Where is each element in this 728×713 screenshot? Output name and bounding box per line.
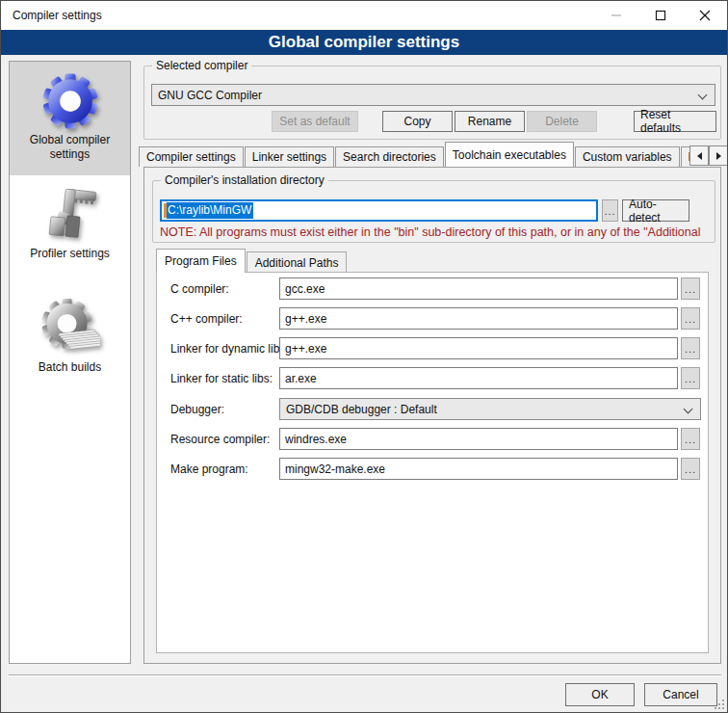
selected-compiler-group: Selected compiler GNU GCC Compiler Set a… bbox=[143, 66, 721, 140]
c-compiler-input[interactable]: gcc.exe bbox=[279, 277, 678, 300]
tab-program-files[interactable]: Program Files bbox=[156, 249, 246, 273]
c-compiler-label: C compiler: bbox=[170, 277, 229, 300]
installation-directory-group-label: Compiler's installation directory bbox=[161, 173, 328, 187]
selected-compiler-group-label: Selected compiler bbox=[152, 59, 251, 72]
copy-button[interactable]: Copy bbox=[382, 111, 453, 132]
browse-dots-label: ... bbox=[685, 343, 696, 355]
footer-divider bbox=[9, 674, 721, 676]
installation-note-text: NOTE: All programs must exist either in … bbox=[160, 225, 709, 239]
cancel-button[interactable]: Cancel bbox=[644, 683, 717, 706]
linker-dynamic-input[interactable]: g++.exe bbox=[279, 337, 678, 359]
browse-dots-label: ... bbox=[685, 434, 696, 445]
cpp-compiler-browse-button[interactable]: ... bbox=[681, 307, 700, 330]
blue-gear-icon bbox=[39, 69, 101, 133]
maximize-button[interactable] bbox=[638, 1, 683, 30]
compiler-settings-tabstrip: Compiler settings Linker settings Search… bbox=[139, 142, 689, 167]
chevron-down-icon bbox=[684, 405, 693, 414]
window-title: Compiler settings bbox=[13, 9, 102, 22]
tab-scroll-right-button[interactable] bbox=[709, 145, 728, 166]
linker-static-value: ar.exe bbox=[285, 372, 317, 385]
dialog-header-title: Global compiler settings bbox=[269, 33, 459, 52]
arrow-right-icon bbox=[716, 152, 721, 160]
tab-label: Search directories bbox=[343, 150, 436, 164]
tab-custom-variables[interactable]: Custom variables bbox=[575, 146, 680, 167]
tab-label: Linker settings bbox=[252, 150, 326, 164]
cpp-compiler-value: g++.exe bbox=[285, 312, 326, 326]
tab-linker-settings[interactable]: Linker settings bbox=[245, 146, 334, 167]
tab-label: Toolchain executables bbox=[453, 148, 566, 162]
tab-toolchain-executables[interactable]: Toolchain executables bbox=[445, 142, 574, 167]
make-program-value: mingw32-make.exe bbox=[285, 462, 385, 476]
c-compiler-browse-button[interactable]: ... bbox=[681, 277, 700, 300]
titlebar[interactable]: Compiler settings bbox=[1, 1, 727, 30]
resize-grip[interactable] bbox=[712, 697, 724, 709]
compiler-settings-dialog: Compiler settings Global compiler settin… bbox=[0, 0, 728, 713]
rename-button[interactable]: Rename bbox=[455, 111, 525, 132]
reset-defaults-button[interactable]: Reset defaults bbox=[634, 111, 716, 132]
make-program-browse-button[interactable]: ... bbox=[681, 458, 700, 480]
browse-dots-label: ... bbox=[685, 373, 696, 384]
sidebar-item-label: Global compiler settings bbox=[20, 133, 120, 162]
linker-static-browse-button[interactable]: ... bbox=[681, 367, 700, 389]
set-as-default-label: Set as default bbox=[279, 115, 350, 128]
ok-button[interactable]: OK bbox=[565, 683, 635, 706]
tab-search-directories[interactable]: Search directories bbox=[335, 146, 444, 167]
auto-detect-label: Auto-detect bbox=[629, 198, 683, 224]
debugger-select-value: GDB/CDB debugger : Default bbox=[286, 403, 437, 416]
minimize-button[interactable] bbox=[594, 1, 638, 30]
linker-static-label: Linker for static libs: bbox=[170, 367, 273, 389]
maximize-icon bbox=[655, 10, 666, 21]
settings-category-list: Global compiler settings bbox=[9, 61, 131, 664]
linker-static-input[interactable]: ar.exe bbox=[279, 367, 678, 389]
browse-dots-label: ... bbox=[685, 463, 696, 475]
arrow-left-icon bbox=[697, 152, 702, 160]
installation-directory-browse-button[interactable]: ... bbox=[602, 199, 618, 222]
compiler-select-value: GNU GCC Compiler bbox=[158, 89, 262, 102]
delete-label: Delete bbox=[545, 115, 579, 128]
sidebar-item-batch-builds[interactable]: Batch builds bbox=[10, 289, 130, 403]
tab-build-options[interactable]: Build bbox=[681, 146, 689, 167]
compiler-select[interactable]: GNU GCC Compiler bbox=[151, 84, 715, 106]
tab-additional-paths[interactable]: Additional Paths bbox=[247, 251, 348, 273]
browse-dots-label: ... bbox=[604, 205, 615, 217]
debugger-select[interactable]: GDB/CDB debugger : Default bbox=[279, 398, 701, 420]
cancel-label: Cancel bbox=[663, 688, 698, 701]
toolchain-executables-page: Compiler's installation directory C:\ray… bbox=[143, 167, 721, 664]
program-files-tabstrip: Program Files Additional Paths bbox=[156, 249, 348, 273]
linker-dynamic-browse-button[interactable]: ... bbox=[681, 337, 700, 359]
tab-label: Custom variables bbox=[583, 150, 672, 164]
installation-directory-group: Compiler's installation directory C:\ray… bbox=[152, 180, 715, 243]
sidebar-item-label: Batch builds bbox=[20, 360, 120, 375]
close-button[interactable] bbox=[683, 1, 727, 30]
make-program-label: Make program: bbox=[170, 458, 248, 480]
delete-button[interactable]: Delete bbox=[527, 111, 597, 132]
close-icon bbox=[699, 10, 711, 21]
gray-gear-stack-icon bbox=[39, 297, 101, 360]
make-program-input[interactable]: mingw32-make.exe bbox=[279, 458, 678, 480]
cpp-compiler-label: C++ compiler: bbox=[170, 307, 243, 330]
linker-dynamic-label: Linker for dynamic libs: bbox=[170, 337, 289, 359]
tab-label: Compiler settings bbox=[146, 150, 236, 164]
auto-detect-button[interactable]: Auto-detect bbox=[622, 199, 689, 222]
copy-label: Copy bbox=[403, 115, 430, 128]
c-compiler-value: gcc.exe bbox=[285, 282, 325, 296]
chevron-down-icon bbox=[698, 91, 708, 100]
tab-compiler-settings[interactable]: Compiler settings bbox=[139, 146, 244, 167]
tab-scroll-left-button[interactable] bbox=[689, 145, 709, 166]
sidebar-item-profiler-settings[interactable]: Profiler settings bbox=[10, 175, 130, 289]
program-files-page: C compiler: gcc.exe ... C++ compiler: g+… bbox=[156, 272, 709, 653]
cpp-compiler-input[interactable]: g++.exe bbox=[279, 307, 678, 330]
subtab-label: Additional Paths bbox=[255, 256, 339, 270]
debugger-label: Debugger: bbox=[170, 398, 224, 420]
ok-label: OK bbox=[591, 688, 608, 701]
resource-compiler-browse-button[interactable]: ... bbox=[681, 428, 700, 450]
sidebar-item-label: Profiler settings bbox=[20, 247, 120, 261]
reset-defaults-label: Reset defaults bbox=[640, 108, 710, 135]
set-as-default-button[interactable]: Set as default bbox=[272, 111, 358, 132]
browse-dots-label: ... bbox=[685, 283, 696, 295]
browse-dots-label: ... bbox=[685, 313, 696, 325]
subtab-label: Program Files bbox=[165, 254, 237, 268]
sidebar-item-global-compiler-settings[interactable]: Global compiler settings bbox=[10, 62, 130, 175]
installation-directory-input[interactable]: C:\raylib\MinGW bbox=[160, 199, 598, 222]
resource-compiler-input[interactable]: windres.exe bbox=[279, 428, 678, 450]
